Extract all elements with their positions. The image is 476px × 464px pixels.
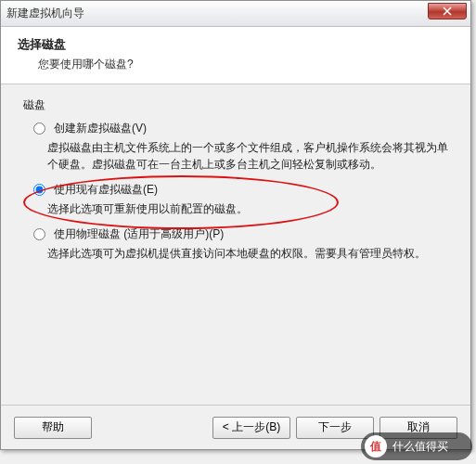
option-desc: 虚拟磁盘由主机文件系统上的一个或多个文件组成，客户机操作系统会将其视为单个硬盘。…	[47, 139, 448, 173]
content-area: 磁盘 创建新虚拟磁盘(V) 虚拟磁盘由主机文件系统上的一个或多个文件组成，客户机…	[1, 84, 470, 405]
page-title: 选择磁盘	[18, 36, 454, 53]
page-subtitle: 您要使用哪个磁盘?	[38, 57, 454, 72]
option-label: 使用现有虚拟磁盘(E)	[54, 182, 158, 197]
radio-use-existing[interactable]	[33, 184, 45, 196]
wizard-dialog: 新建虚拟机向导 选择磁盘 您要使用哪个磁盘? 磁盘 创建新虚拟磁盘(V) 虚拟磁…	[0, 0, 471, 450]
watermark-badge: 值	[365, 435, 387, 458]
next-button[interactable]: 下一步	[296, 417, 374, 439]
watermark: 值 什么值得买	[361, 432, 472, 460]
watermark-text: 什么值得买	[392, 439, 448, 455]
option-label: 创建新虚拟磁盘(V)	[54, 121, 147, 135]
option-desc: 选择此选项可为虚拟机提供直接访问本地硬盘的权限。需要具有管理员特权。	[47, 245, 448, 262]
close-icon	[443, 6, 452, 16]
option-desc: 选择此选项可重新使用以前配置的磁盘。	[47, 200, 448, 217]
radio-physical[interactable]	[33, 228, 45, 240]
option-physical-disk[interactable]: 使用物理磁盘 (适用于高级用户)(P)	[29, 226, 448, 241]
titlebar: 新建虚拟机向导	[1, 1, 470, 27]
window-title: 新建虚拟机向导	[6, 6, 84, 21]
option-use-existing-disk[interactable]: 使用现有虚拟磁盘(E)	[29, 182, 448, 197]
section-label: 磁盘	[23, 97, 448, 113]
help-button[interactable]: 帮助	[14, 417, 92, 439]
radio-create-new[interactable]	[33, 122, 45, 135]
back-button[interactable]: < 上一步(B)	[212, 417, 290, 439]
option-create-new-disk[interactable]: 创建新虚拟磁盘(V)	[29, 121, 448, 135]
header: 选择磁盘 您要使用哪个磁盘?	[1, 27, 470, 84]
close-button[interactable]	[428, 3, 467, 19]
option-label: 使用物理磁盘 (适用于高级用户)(P)	[54, 226, 224, 241]
